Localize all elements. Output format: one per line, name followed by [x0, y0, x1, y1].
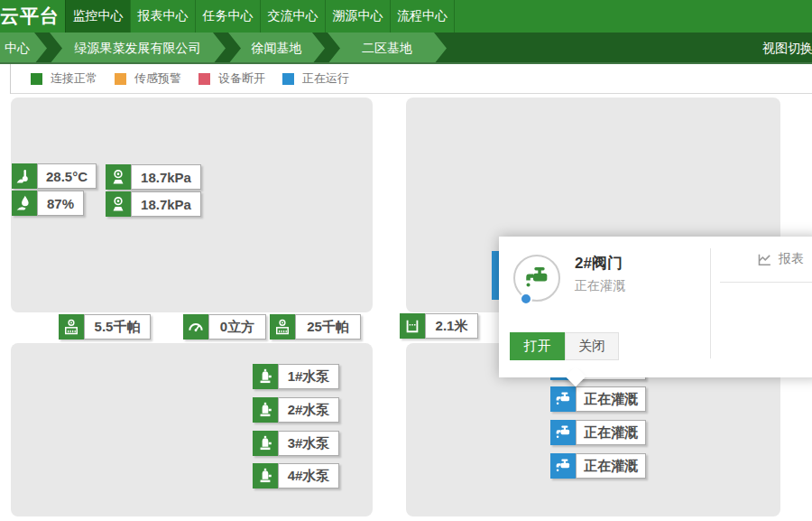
pressure-value: 18.7kPa: [131, 164, 201, 190]
faucet-icon: [522, 264, 551, 293]
legend-orange-square: [115, 73, 126, 85]
temperature-badge[interactable]: 28.5°C: [12, 163, 97, 189]
legend-item-sensor-warning: 传感预警: [115, 70, 181, 87]
line-chart-icon: [757, 252, 772, 267]
pump-badge-1[interactable]: 1#水泵: [253, 364, 339, 389]
temperature-icon: [12, 163, 37, 189]
close-valve-button[interactable]: 关闭: [565, 332, 619, 360]
faucet-icon: [550, 420, 576, 445]
running-status-dot: [520, 293, 532, 305]
pump-badge-2[interactable]: 2#水泵: [253, 397, 339, 423]
nav-tab-task-center[interactable]: 任务中心: [195, 0, 260, 33]
pipe-pressure-value: 25千帕: [295, 314, 361, 340]
pump-badge-3[interactable]: 3#水泵: [253, 431, 339, 456]
flow-value: 0立方: [208, 314, 266, 340]
pressure-sensor-badge-2[interactable]: 18.7kPa: [106, 191, 201, 217]
pressure-value: 18.7kPa: [131, 191, 201, 217]
legend-item-running: 正在运行: [282, 70, 349, 87]
pump-label: 3#水泵: [278, 431, 339, 456]
water-level-value: 2.1米: [425, 313, 478, 339]
valve-popup: 2#阀门 正在灌溉 打开 关闭 报表: [499, 237, 812, 377]
humidity-badge[interactable]: 87%: [12, 191, 84, 216]
legend-blue-square: [282, 73, 294, 85]
breadcrumb-label: 二区基地: [362, 41, 412, 57]
water-level-icon: [400, 313, 425, 339]
nav-tab-process-center[interactable]: 流程中心: [390, 0, 455, 33]
nav-tab-traceability-center[interactable]: 溯源中心: [325, 0, 390, 33]
breadcrumb-item-zone[interactable]: 二区基地: [328, 33, 447, 64]
nav-tab-label: 任务中心: [203, 8, 254, 24]
breadcrumb-label: 绿源果菜发展有限公司: [75, 41, 201, 57]
nav-tab-label: 流程中心: [397, 8, 448, 24]
valve-controls: 打开 关闭: [510, 332, 619, 360]
pipe-pressure-icon: [59, 314, 84, 340]
report-label: 报表: [779, 251, 804, 267]
app-logo: 云平台: [0, 0, 60, 33]
valve-status: 正在灌溉: [576, 453, 646, 479]
breadcrumb-item-base[interactable]: 徐闻基地: [228, 33, 325, 64]
legend-item-connected: 连接正常: [31, 70, 97, 87]
open-valve-button[interactable]: 打开: [510, 332, 565, 360]
nav-tab-monitor-center[interactable]: 监控中心: [65, 0, 130, 33]
monitoring-dashboard: 云平台 监控中心 报表中心 任务中心 交流中心 溯源中心 流程中心 中心 绿源果…: [0, 0, 812, 521]
pump-label: 4#水泵: [278, 463, 339, 488]
pressure-sensor-icon: [106, 164, 131, 190]
report-link[interactable]: 报表: [757, 251, 804, 267]
breadcrumb: 中心 绿源果菜发展有限公司 徐闻基地 二区基地 视图切换: [0, 33, 812, 64]
pump-badge-4[interactable]: 4#水泵: [253, 463, 339, 488]
water-pump-icon: [253, 463, 278, 488]
legend-label: 设备断开: [218, 70, 265, 87]
water-level-badge[interactable]: 2.1米: [400, 313, 478, 339]
humidity-value: 87%: [37, 191, 84, 216]
pipe-pressure-icon: [270, 314, 295, 340]
legend-item-disconnected: 设备断开: [198, 70, 265, 87]
valve-status: 正在灌溉: [576, 420, 646, 445]
water-pump-icon: [253, 364, 278, 389]
valve-status: 正在灌溉: [576, 386, 646, 412]
pipe-pressure-badge-2[interactable]: 25千帕: [270, 314, 361, 340]
flow-meter-icon: [183, 314, 208, 340]
legend-label: 传感预警: [134, 70, 181, 87]
breadcrumb-item-company[interactable]: 绿源果菜发展有限公司: [50, 33, 226, 64]
water-pump-icon: [253, 431, 278, 456]
pump-label: 1#水泵: [278, 364, 339, 389]
nav-tab-communication-center[interactable]: 交流中心: [260, 0, 325, 33]
nav-tab-label: 溯源中心: [333, 8, 383, 24]
temperature-value: 28.5°C: [37, 163, 97, 189]
legend-label: 正在运行: [302, 70, 349, 87]
breadcrumb-label: 徐闻基地: [252, 41, 302, 57]
breadcrumb-items: 中心 绿源果菜发展有限公司 徐闻基地 二区基地: [0, 33, 449, 64]
legend-green-square: [31, 73, 42, 85]
faucet-icon: [550, 453, 576, 479]
valve-badge-irrigating-1[interactable]: 正在灌溉: [550, 386, 646, 412]
pump-label: 2#水泵: [278, 397, 339, 423]
pipe-pressure-badge-1[interactable]: 5.5千帕: [59, 314, 151, 340]
nav-tab-label: 报表中心: [138, 8, 189, 24]
nav-tab-label: 监控中心: [73, 8, 124, 24]
legend-label: 连接正常: [51, 70, 97, 87]
nav-tab-report-center[interactable]: 报表中心: [130, 0, 195, 33]
popup-status: 正在灌溉: [575, 278, 625, 294]
top-nav: 云平台 监控中心 报表中心 任务中心 交流中心 溯源中心 流程中心: [0, 0, 812, 33]
pressure-sensor-icon: [106, 191, 131, 217]
breadcrumb-label: 中心: [5, 41, 30, 57]
humidity-icon: [12, 191, 37, 216]
popup-vertical-divider: [710, 248, 711, 358]
status-legend: 连接正常 传感预警 设备断开 正在运行: [10, 64, 812, 94]
breadcrumb-item-center[interactable]: 中心: [0, 33, 47, 64]
water-pump-icon: [253, 397, 278, 423]
pipe-pressure-value: 5.5千帕: [84, 314, 151, 340]
valve-badge-irrigating-2[interactable]: 正在灌溉: [550, 420, 646, 445]
valve-badge-irrigating-3[interactable]: 正在灌溉: [550, 453, 646, 479]
popup-title: 2#阀门: [575, 253, 623, 274]
nav-tab-label: 交流中心: [268, 8, 318, 24]
flow-meter-badge[interactable]: 0立方: [183, 314, 266, 340]
pressure-sensor-badge-1[interactable]: 18.7kPa: [106, 164, 201, 190]
nav-tabs: 监控中心 报表中心 任务中心 交流中心 溯源中心 流程中心: [65, 0, 455, 33]
popup-horizontal-divider: [720, 282, 812, 283]
view-switch-button[interactable]: 视图切换: [762, 33, 812, 64]
legend-red-square: [198, 73, 210, 85]
faucet-icon: [550, 386, 576, 412]
